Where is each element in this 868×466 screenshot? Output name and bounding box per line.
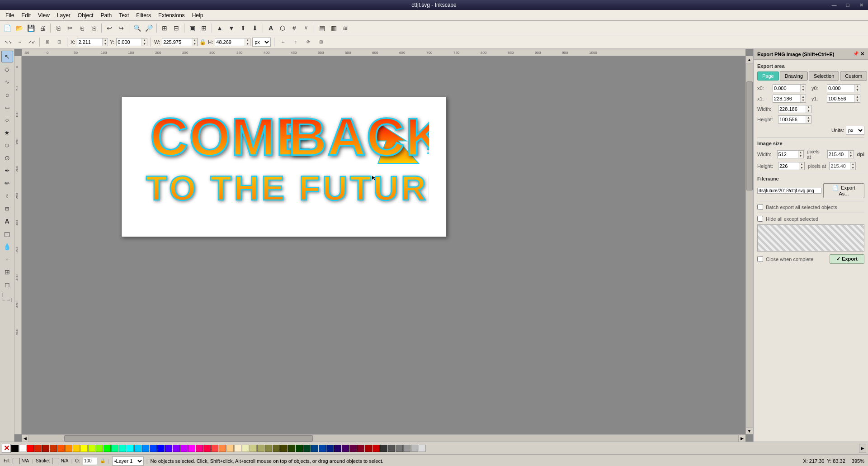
color-swatch[interactable] — [173, 445, 180, 452]
w-input[interactable] — [162, 39, 192, 45]
color-swatch[interactable] — [150, 445, 157, 452]
img-width-down[interactable]: ▼ — [798, 154, 803, 158]
menu-view[interactable]: View — [34, 11, 53, 19]
color-swatch[interactable] — [219, 445, 226, 452]
fill-swatch[interactable] — [13, 458, 20, 464]
filename-field[interactable] — [757, 188, 821, 194]
color-swatch[interactable] — [165, 445, 172, 452]
opacity-field[interactable] — [83, 457, 97, 465]
color-swatch[interactable] — [234, 445, 241, 452]
color-swatch[interactable] — [226, 445, 234, 452]
dpi1-down[interactable]: ▼ — [849, 154, 854, 158]
color-swatch[interactable] — [119, 445, 126, 452]
connector-tool[interactable]: ↔ — [1, 253, 13, 265]
lower-bottom-button[interactable]: ⬇ — [250, 23, 260, 33]
menu-file[interactable]: File — [2, 11, 18, 19]
height-input[interactable] — [778, 117, 806, 122]
tab-drawing[interactable]: Drawing — [780, 71, 808, 81]
scroll-h-thumb[interactable] — [64, 435, 312, 442]
color-swatch[interactable] — [196, 445, 203, 452]
canvas-viewport[interactable]: COME BACK TO THE FUTURE — [22, 56, 745, 434]
export-close-icon[interactable]: ✕ — [860, 51, 864, 57]
scroll-h-left[interactable]: ◀ — [22, 435, 29, 442]
color-swatch[interactable] — [88, 445, 95, 452]
paste-button[interactable]: ⎘ — [88, 23, 99, 33]
select-toggle-1[interactable]: ↖↘ — [3, 37, 14, 48]
color-swatch[interactable] — [349, 445, 357, 452]
color-swatch[interactable] — [257, 445, 264, 452]
menu-filters[interactable]: Filters — [132, 11, 155, 19]
color-swatch[interactable] — [203, 445, 211, 452]
x1-field[interactable]: ▲ ▼ — [773, 95, 806, 103]
text-tool[interactable]: A — [1, 215, 13, 227]
tab-custom[interactable]: Custom — [840, 71, 867, 81]
x-field-group[interactable]: ▲ ▼ — [77, 38, 108, 46]
x1-up[interactable]: ▲ — [801, 95, 806, 99]
dpi1-input[interactable] — [828, 152, 848, 157]
scroll-v-up[interactable]: ▲ — [746, 56, 753, 63]
snap-btn[interactable]: ⊡ — [54, 37, 65, 48]
filter-btn[interactable]: ≋ — [340, 23, 351, 33]
layer-select[interactable]: •Layer 1 — [112, 456, 144, 466]
y-up[interactable]: ▲ — [142, 38, 147, 42]
maximize-button[interactable]: □ — [841, 0, 854, 10]
color-swatch[interactable] — [111, 445, 118, 452]
scroll-h-right[interactable]: ▶ — [738, 435, 745, 442]
measure-tool[interactable]: |←→| — [1, 291, 13, 303]
minimize-button[interactable]: — — [827, 0, 841, 10]
flip-v-btn[interactable]: ↕ — [290, 37, 301, 48]
color-swatch[interactable] — [80, 445, 88, 452]
box3d-tool[interactable]: ⬡ — [1, 139, 13, 151]
dropper-tool[interactable]: 💧 — [1, 241, 13, 252]
copy-button[interactable]: ⎗ — [76, 23, 87, 33]
color-swatch[interactable] — [134, 445, 142, 452]
x0-up[interactable]: ▲ — [801, 85, 806, 88]
color-swatch[interactable] — [250, 445, 257, 452]
transform2-btn[interactable]: ⟳ — [303, 37, 314, 48]
filename-input[interactable] — [758, 188, 821, 193]
width-up[interactable]: ▲ — [806, 105, 811, 109]
w-field-group[interactable]: ▲ ▼ — [162, 38, 198, 46]
color-swatch[interactable] — [326, 445, 334, 452]
pencil-tool[interactable]: ✏ — [1, 177, 13, 189]
height-up[interactable]: ▲ — [806, 116, 811, 119]
export-button[interactable]: ✓ Export — [830, 254, 864, 264]
checkerboard-btn[interactable]: ⬡ — [277, 23, 288, 33]
color-swatch[interactable] — [142, 445, 149, 452]
color-swatch[interactable] — [19, 445, 26, 452]
dpi1-field[interactable]: ▲ ▼ — [827, 150, 854, 158]
x1-down[interactable]: ▼ — [801, 99, 806, 102]
h-field-group[interactable]: ▲ ▼ — [215, 38, 250, 46]
menu-layer[interactable]: Layer — [53, 11, 74, 19]
scroll-v-down[interactable]: ▼ — [746, 427, 753, 434]
x-input[interactable] — [77, 39, 102, 45]
node-tool[interactable]: ◇ — [1, 63, 13, 75]
color-swatch[interactable] — [42, 445, 49, 452]
y-down[interactable]: ▼ — [142, 42, 147, 46]
opacity-input[interactable] — [83, 458, 97, 463]
color-swatch[interactable] — [265, 445, 272, 452]
rect-tool[interactable]: ▭ — [1, 101, 13, 113]
h-down[interactable]: ▼ — [245, 42, 250, 46]
h-input[interactable] — [215, 39, 245, 45]
color-swatch[interactable] — [411, 445, 418, 452]
img-width-input[interactable] — [778, 152, 798, 157]
transform-btn[interactable]: ⊞ — [42, 37, 53, 48]
zoom-in-button[interactable]: 🔍 — [132, 23, 142, 33]
color-swatch[interactable] — [188, 445, 195, 452]
img-height-up[interactable]: ▲ — [799, 162, 804, 166]
print-button[interactable]: 🖨 — [37, 23, 48, 33]
export-as-button[interactable]: 📄 Export As... — [823, 183, 864, 198]
palette-scroll-right[interactable]: ▶ — [859, 444, 866, 453]
h-up[interactable]: ▲ — [245, 38, 250, 42]
y-input[interactable] — [117, 39, 142, 45]
x0-field[interactable]: ▲ ▼ — [773, 84, 806, 92]
distribute-button[interactable]: ⊟ — [171, 23, 182, 33]
color-swatch[interactable] — [311, 445, 318, 452]
color-swatch[interactable] — [57, 445, 65, 452]
img-width-field[interactable]: ▲ ▼ — [777, 150, 804, 158]
color-swatch[interactable] — [127, 445, 134, 452]
export-units-select[interactable]: px mm in — [846, 126, 864, 135]
ellipse-tool[interactable]: ○ — [1, 114, 13, 126]
w-down[interactable]: ▼ — [192, 42, 197, 46]
